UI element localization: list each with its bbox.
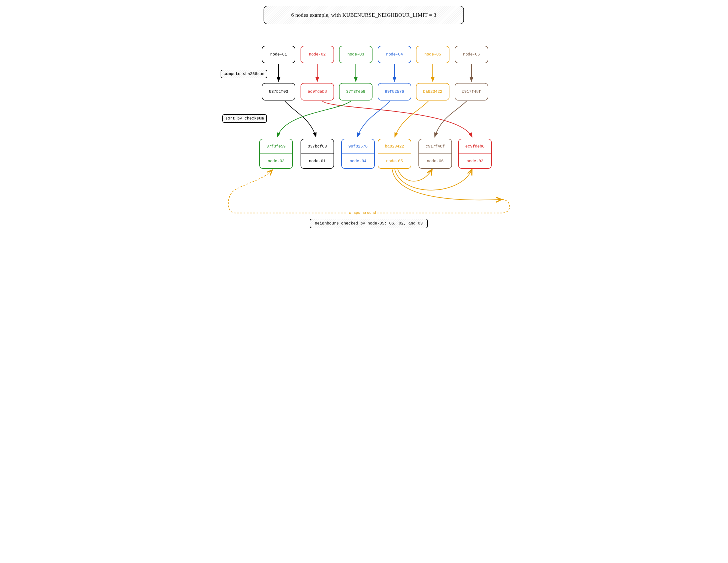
node-box-node-05: node-05 (416, 46, 449, 63)
sorted-node: node-02 (458, 154, 492, 169)
sorted-pair-node-02: ec9fdeb8node-02 (458, 139, 492, 169)
title-text: 6 nodes example, with KUBENURSE_NEIGHBOU… (291, 12, 436, 18)
step-sort-text: sort by checksum (225, 116, 264, 121)
node-box-node-03: node-03 (339, 46, 372, 63)
node-label: node-02 (309, 52, 326, 57)
hash-box-node-03: 37f3fe59 (339, 83, 372, 100)
hash-label: c917f48f (462, 89, 481, 94)
node-label: node-05 (424, 52, 441, 57)
node-label: node-01 (270, 52, 287, 57)
hash-box-node-05: ba823422 (416, 83, 449, 100)
sorted-pair-node-01: 837bcf03node-01 (301, 139, 334, 169)
sorted-pair-node-05: ba823422node-05 (378, 139, 411, 169)
sorted-pair-node-06: c917f48fnode-06 (418, 139, 452, 169)
wraps-around-label: wraps around (348, 211, 377, 215)
node-label: node-03 (347, 52, 364, 57)
hash-box-node-01: 837bcf03 (262, 83, 295, 100)
sorted-node: node-03 (259, 154, 293, 169)
hash-label: ba823422 (423, 89, 442, 94)
hash-box-node-02: ec9fdeb8 (301, 83, 334, 100)
title-box: 6 nodes example, with KUBENURSE_NEIGHBOU… (264, 6, 464, 24)
node-box-node-01: node-01 (262, 46, 295, 63)
sorted-hash: 837bcf03 (301, 139, 334, 154)
sorted-hash: 37f3fe59 (259, 139, 293, 154)
sorted-pair-node-04: 99f82576node-04 (341, 139, 375, 169)
step-compute-sha256sum: compute sha256sum (221, 70, 267, 78)
hash-box-node-04: 99f82576 (378, 83, 411, 100)
sorted-hash: ec9fdeb8 (458, 139, 492, 154)
node-label: node-04 (386, 52, 403, 57)
step-sort-by-checksum: sort by checksum (222, 114, 267, 123)
node-box-node-04: node-04 (378, 46, 411, 63)
sorted-node: node-06 (418, 154, 452, 169)
sorted-node: node-04 (341, 154, 375, 169)
hash-label: 99f82576 (385, 89, 404, 94)
sorted-pair-node-03: 37f3fe59node-03 (259, 139, 293, 169)
node-box-node-02: node-02 (301, 46, 334, 63)
footer-neighbours-text: neighbours checked by node-05: 06, 02, a… (315, 221, 423, 226)
sorted-hash: c917f48f (418, 139, 452, 154)
hash-label: 37f3fe59 (346, 89, 365, 94)
sorted-node: node-01 (301, 154, 334, 169)
hash-label: ec9fdeb8 (308, 89, 327, 94)
diagram-canvas: 6 nodes example, with KUBENURSE_NEIGHBOU… (212, 0, 516, 234)
step-compute-text: compute sha256sum (224, 72, 264, 76)
sorted-hash: ba823422 (378, 139, 411, 154)
footer-neighbours-box: neighbours checked by node-05: 06, 02, a… (310, 219, 428, 228)
sorted-node: node-05 (378, 154, 411, 169)
hash-label: 837bcf03 (269, 89, 288, 94)
hash-box-node-06: c917f48f (455, 83, 488, 100)
sorted-hash: 99f82576 (341, 139, 375, 154)
node-label: node-06 (463, 52, 480, 57)
node-box-node-06: node-06 (455, 46, 488, 63)
